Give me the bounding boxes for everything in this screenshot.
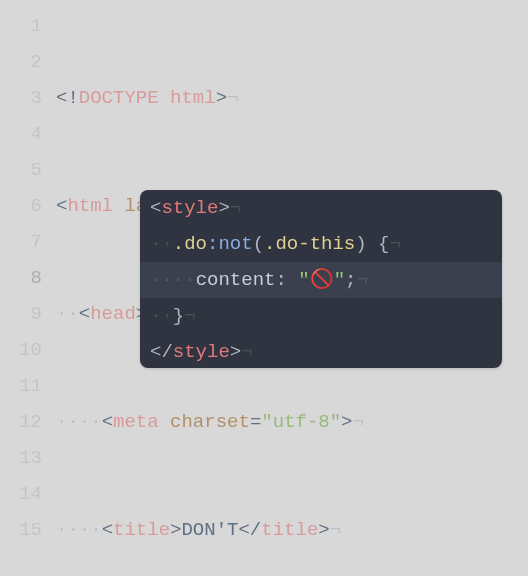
panel-line-current: ····content: "🚫";¬ [140,262,502,298]
line-number: 10 [0,332,42,368]
line-number: 14 [0,476,42,512]
line-number: 5 [0,152,42,188]
line-number: 1 [0,8,42,44]
line-number: 2 [0,44,42,80]
line-number: 4 [0,116,42,152]
code-line: ····<title>DON'T</title>¬ [56,512,528,548]
line-number-current: 8 [0,260,42,296]
panel-line: ··.do:not(.do-this) {¬ [140,226,502,262]
line-number-gutter: 1 2 3 4 5 6 7 8 9 10 11 12 13 14 15 [0,8,56,576]
line-number: 9 [0,296,42,332]
panel-line: <style>¬ [140,190,502,226]
code-line: ····<meta charset="utf-8">¬ [56,404,528,440]
line-number: 12 [0,404,42,440]
focused-code-panel: <style>¬ ··.do:not(.do-this) {¬ ····cont… [140,190,502,368]
line-number: 3 [0,80,42,116]
code-line: <!DOCTYPE html>¬ [56,80,528,116]
line-number: 6 [0,188,42,224]
line-number: 7 [0,224,42,260]
line-number: 15 [0,512,42,548]
line-number: 13 [0,440,42,476]
panel-line: ··}¬ [140,298,502,334]
panel-line: </style>¬ [140,334,502,368]
no-entry-icon: 🚫 [310,269,334,291]
line-number: 11 [0,368,42,404]
